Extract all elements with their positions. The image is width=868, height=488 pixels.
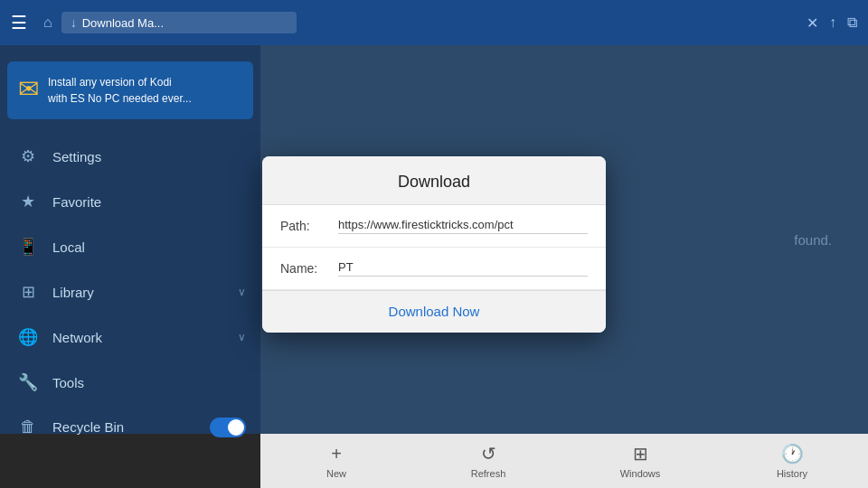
modal-header: Download — [262, 156, 606, 205]
modal-title: Download — [398, 173, 470, 191]
modal-footer: Download Now — [262, 290, 606, 333]
modal-path-field: Path: — [262, 205, 606, 248]
path-input[interactable] — [338, 218, 588, 234]
modal-body: Path: Name: — [262, 205, 606, 290]
name-input[interactable] — [338, 260, 588, 277]
path-label: Path: — [280, 219, 327, 233]
name-label: Name: — [280, 261, 327, 276]
modal-backdrop: Download Path: Name: Download Now — [0, 0, 868, 488]
download-modal: Download Path: Name: Download Now — [262, 156, 606, 333]
modal-name-field: Name: — [262, 248, 606, 290]
download-now-button[interactable]: Download Now — [389, 304, 480, 319]
